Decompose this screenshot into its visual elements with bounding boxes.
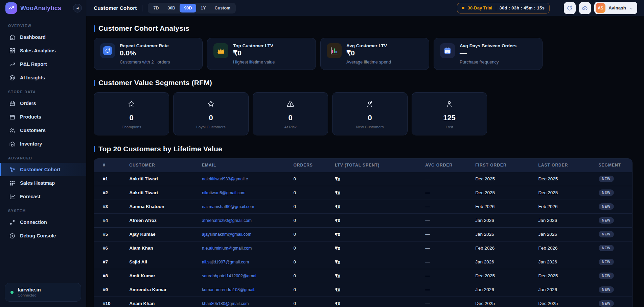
cell-last-order: Jan 2026	[534, 227, 594, 241]
sidebar-item-forecast[interactable]: Forecast	[0, 190, 86, 203]
sidebar-nav: OVERVIEW Dashboard Sales Analytics P&L R…	[0, 16, 86, 278]
table-row[interactable]: #1 Aakriti Tiwari aakrititiwari933@gmail…	[94, 172, 632, 186]
cell-email[interactable]: aakrititiwari933@gmail.c	[198, 172, 289, 186]
cell-orders: 0	[290, 241, 331, 255]
export-button[interactable]	[579, 2, 591, 14]
tab-custom[interactable]: Custom	[210, 4, 235, 12]
rfm-label: Lost	[415, 125, 483, 129]
sidebar-header: WooAnalytics ◀	[0, 0, 86, 16]
tab-1y[interactable]: 1Y	[196, 4, 210, 12]
table-row[interactable]: #7 Sajid Ali ali.sajid1997@gmail.com 0 ₹…	[94, 255, 632, 269]
cell-email[interactable]: kumar.amrendra108@gmail.	[198, 283, 289, 297]
cell-rank: #8	[94, 269, 125, 283]
table-row[interactable]: #4 Afreen Afroz afreenafroz90@gmail.com …	[94, 213, 632, 227]
sidebar-item-orders[interactable]: Orders	[0, 97, 86, 110]
rfm-value: 0	[97, 113, 165, 122]
rfm-card-champions: 0 Champions	[94, 92, 169, 135]
table-row[interactable]: #6 Alam Khan n.e.aluminium@gmail.com 0 ₹…	[94, 241, 632, 255]
stat-title: Top Customer LTV	[233, 43, 275, 48]
sidebar-collapse-button[interactable]: ◀	[73, 4, 82, 12]
cell-first-order: Jan 2026	[471, 213, 534, 227]
sidebar-item-debug-console[interactable]: Debug Console	[0, 229, 86, 242]
stat-value: ₹0	[233, 49, 275, 57]
user-menu[interactable]: AS Avinash	[594, 2, 637, 14]
cell-email[interactable]: afreenafroz90@gmail.com	[198, 213, 289, 227]
cell-rank: #2	[94, 186, 125, 200]
cell-last-order: Feb 2026	[534, 241, 594, 255]
cell-email[interactable]: khan805180@gmail.com	[198, 297, 289, 307]
stat-subtitle: Customers with 2+ orders	[120, 59, 170, 65]
warehouse-icon	[9, 141, 16, 147]
cell-avg-order: —	[421, 200, 471, 213]
stat-title: Avg Customer LTV	[346, 43, 391, 48]
sidebar-item-sales-analytics[interactable]: Sales Analytics	[0, 44, 86, 57]
cell-segment: NEW	[595, 186, 632, 200]
sidebar: WooAnalytics ◀ OVERVIEW Dashboard Sales …	[0, 0, 86, 307]
cell-last-order: Feb 2026	[534, 200, 594, 213]
tab-90d[interactable]: 90D	[180, 4, 196, 12]
alert-triangle-icon	[286, 100, 294, 108]
app-logo-icon	[5, 2, 17, 14]
cell-email[interactable]: ali.sajid1997@gmail.com	[198, 255, 289, 269]
heatmap-grid-icon	[9, 180, 16, 186]
cell-rank: #4	[94, 213, 125, 227]
plus-circle-icon	[9, 233, 16, 239]
rfm-card-new: 0 New Customers	[332, 92, 408, 135]
cell-first-order: Dec 2025	[471, 186, 534, 200]
store-domain: fairvibe.in	[18, 287, 41, 292]
tab-7d[interactable]: 7D	[149, 4, 163, 12]
tab-30d[interactable]: 30D	[163, 4, 180, 12]
table-row[interactable]: #10 Anam Khan khan805180@gmail.com 0 ₹0 …	[94, 297, 632, 307]
orders-icon	[9, 100, 16, 107]
cell-customer: Aakriti Tiwari	[125, 172, 198, 186]
sidebar-item-dashboard[interactable]: Dashboard	[0, 30, 86, 44]
sidebar-item-customers[interactable]: Customers	[0, 124, 86, 137]
sidebar-item-label: Inventory	[20, 141, 42, 147]
store-icon	[9, 114, 16, 120]
connected-store-card[interactable]: fairvibe.in Connected	[5, 283, 81, 302]
table-row[interactable]: #8 Amit Kumar saurabhpatel1412002@gmai 0…	[94, 269, 632, 283]
user-plus-icon	[366, 100, 374, 108]
segment-badge: NEW	[599, 176, 614, 182]
sidebar-item-connection[interactable]: Connection	[0, 215, 86, 229]
cell-avg-order: —	[421, 241, 471, 255]
cell-avg-order: —	[421, 213, 471, 227]
table-row[interactable]: #9 Amrendra Kumar kumar.amrendra108@gmai…	[94, 283, 632, 297]
table-row[interactable]: #5 Ajay Kumae ajaysinhakhm@gmail.com 0 ₹…	[94, 227, 632, 241]
cell-email[interactable]: n.e.aluminium@gmail.com	[198, 241, 289, 255]
sidebar-item-products[interactable]: Products	[0, 110, 86, 124]
nav-section-label: SYSTEM	[8, 209, 86, 213]
table-row[interactable]: #3 Aamna Khatoon nazmanishat90@gmail.com…	[94, 200, 632, 213]
cell-customer: Ajay Kumae	[125, 227, 198, 241]
stat-card-repeat-rate: Repeat Customer Rate 0.0% Customers with…	[94, 38, 203, 70]
rfm-value: 125	[415, 113, 483, 122]
col-first-order: FIRST ORDER	[471, 159, 534, 172]
cell-email[interactable]: nazmanishat90@gmail.com	[198, 200, 289, 213]
rfm-label: New Customers	[336, 125, 404, 129]
cell-avg-order: —	[421, 172, 471, 186]
link-icon	[9, 219, 16, 226]
divider	[496, 5, 496, 11]
sidebar-item-ai-insights[interactable]: AI Insights	[0, 71, 86, 84]
cell-email[interactable]: ajaysinhakhm@gmail.com	[198, 227, 289, 241]
cell-orders: 0	[290, 297, 331, 307]
sidebar-item-customer-cohort[interactable]: Customer Cohort	[0, 163, 86, 176]
chevron-down-icon	[629, 6, 633, 10]
page-title: Customer Cohort	[94, 5, 137, 11]
users-icon	[9, 127, 16, 134]
cell-email[interactable]: nikutiwari6@gmail.com	[198, 186, 289, 200]
segment-badge: NEW	[599, 203, 614, 210]
sidebar-item-pl-report[interactable]: P&L Report	[0, 57, 86, 71]
cell-segment: NEW	[595, 241, 632, 255]
col-rank: #	[94, 159, 125, 172]
sidebar-item-sales-heatmap[interactable]: Sales Heatmap	[0, 176, 86, 190]
cell-email[interactable]: saurabhpatel1412002@gmai	[198, 269, 289, 283]
trending-up-icon	[9, 61, 16, 68]
refresh-button[interactable]	[564, 2, 576, 14]
cell-first-order: Jan 2026	[471, 227, 534, 241]
cell-customer: Amrendra Kumar	[125, 283, 198, 297]
sidebar-item-inventory[interactable]: Inventory	[0, 137, 86, 151]
table-row[interactable]: #2 Aakriti Tiwari nikutiwari6@gmail.com …	[94, 186, 632, 200]
rfm-value: 0	[256, 113, 324, 122]
home-icon	[9, 34, 16, 41]
